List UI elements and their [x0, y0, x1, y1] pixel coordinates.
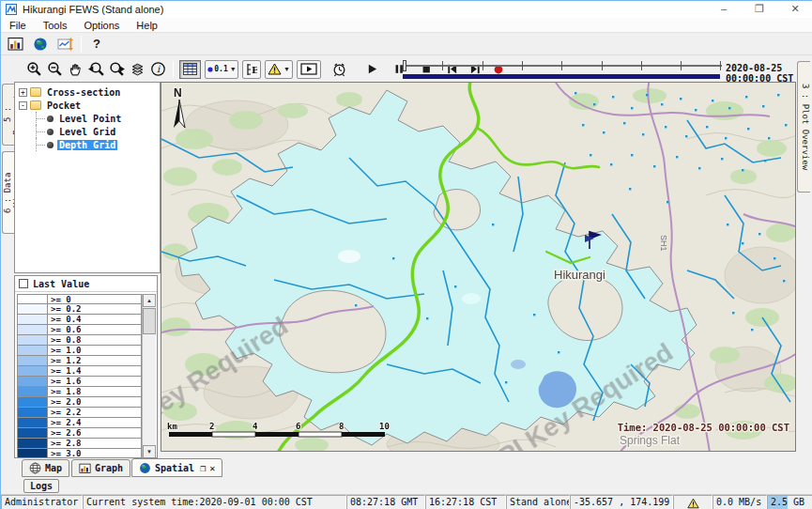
status-coordinates: -35.657 , 174.199 — [570, 495, 673, 509]
legend-scale-icon[interactable]: E — [242, 60, 261, 79]
tree-item-level-point[interactable]: Level Point — [15, 112, 160, 125]
legend-row: >= 3.0 — [17, 449, 142, 458]
threshold-value: 0.1 — [214, 65, 227, 73]
tree-item-label[interactable]: Level Point — [57, 114, 123, 124]
legend-threshold-label: >= 2.2 — [48, 408, 142, 418]
time-slider-tick — [602, 61, 603, 70]
layers-icon[interactable] — [128, 60, 146, 79]
maximize-button[interactable]: ❐ — [742, 1, 777, 18]
tree-item-depth-grid[interactable]: Depth Grid — [15, 138, 160, 151]
bottom-tab-bar: Map Graph Spatial ❒ ✕ — [1, 458, 812, 478]
close-button[interactable]: ✕ — [777, 1, 812, 18]
tab-maximize-icon[interactable]: ❒ — [200, 463, 206, 473]
menu-item-help[interactable]: Help — [128, 20, 166, 31]
zoom-next-icon[interactable] — [107, 60, 126, 79]
legend-row: >= 2.4 — [17, 418, 142, 428]
collapse-icon[interactable]: - — [19, 101, 27, 110]
map-canvas[interactable]: API Key Required API Key Required Hikura… — [161, 82, 796, 452]
status-warning-icon[interactable] — [673, 495, 712, 509]
tab-close-icon[interactable]: ✕ — [209, 463, 215, 473]
legend-threshold-label: >= 0.2 — [48, 304, 142, 315]
legend-row: >= 0.4 — [17, 315, 142, 325]
legend-threshold-label: >= 1.6 — [48, 377, 142, 387]
menu-item-options[interactable]: Options — [75, 20, 128, 31]
tree-item-label[interactable]: Depth Grid — [57, 140, 117, 150]
node-bullet-icon — [47, 142, 54, 148]
legend-threshold-label: >= 3.0 — [48, 449, 142, 458]
help-icon[interactable]: ? — [87, 35, 106, 54]
status-user: Administrator — [1, 495, 83, 509]
timeseries-icon[interactable] — [56, 35, 75, 54]
legend-threshold-label: >= 0.6 — [48, 325, 142, 335]
legend-threshold-label: >= 0 — [48, 294, 142, 304]
svg-text:8: 8 — [339, 422, 344, 431]
time-adjust-icon[interactable] — [329, 60, 348, 79]
time-slider-tick — [442, 61, 443, 70]
zoom-out-icon[interactable] — [45, 60, 64, 79]
time-slider-tick — [681, 61, 682, 70]
folder-icon — [30, 87, 41, 97]
last-value-label: Last Value — [33, 279, 89, 289]
tree-item-label[interactable]: Cross-section — [45, 87, 122, 98]
scrollbar-thumb[interactable] — [143, 308, 156, 334]
legend-row: >= 0 — [17, 294, 142, 304]
play-icon[interactable] — [362, 60, 381, 79]
legend-color-swatch — [17, 387, 48, 397]
scroll-down-icon[interactable]: ▼ — [143, 445, 156, 458]
node-bullet-icon — [47, 129, 54, 135]
svg-text:km: km — [167, 422, 177, 431]
tab-map[interactable]: Map — [22, 459, 69, 477]
tree-item-label[interactable]: Level Grid — [57, 127, 117, 137]
legend-threshold-label: >= 1.2 — [48, 356, 142, 366]
legend-row: >= 2.6 — [17, 428, 142, 439]
legend-color-swatch — [17, 428, 48, 439]
last-value-checkbox[interactable] — [19, 279, 28, 288]
movie-export-icon[interactable] — [297, 60, 321, 79]
warnings-dropdown[interactable]: ▼ — [265, 60, 293, 79]
tree-item-pocket[interactable]: -Pocket — [15, 99, 160, 112]
status-heap-usage[interactable]: 2.5 GB — [767, 495, 812, 509]
window-title: Hikurangi FEWS (Stand alone) — [23, 4, 163, 15]
map-toolbar: i 0.1 ▼ E ▼ 2020-08-25 — [1, 54, 812, 82]
grid-toggle-icon[interactable] — [179, 60, 201, 79]
pan-hand-icon[interactable] — [66, 60, 84, 79]
tab-plot-overview[interactable]: 3 : Plot Overview — [797, 61, 810, 193]
svg-text:4: 4 — [253, 422, 258, 431]
tree-item-label[interactable]: Pocket — [45, 100, 83, 111]
map-time-label: Time: 2020-08-25 00:00:00 CST — [618, 422, 789, 433]
database-icon[interactable] — [6, 35, 24, 54]
tab-data-viewer[interactable]: 6 : Data Viewer — [2, 151, 14, 234]
time-slider[interactable] — [403, 58, 722, 81]
expand-icon[interactable]: + — [19, 88, 27, 97]
menu-item-tools[interactable]: Tools — [35, 20, 76, 31]
layer-tree: +Cross-section-PocketLevel PointLevel Gr… — [14, 82, 161, 273]
legend-row: >= 1.0 — [17, 346, 142, 356]
menu-item-file[interactable]: File — [1, 20, 35, 31]
label-hikurangi: Hikurangi — [554, 268, 605, 282]
legend-color-swatch — [17, 346, 48, 356]
legend-panel: Last Value >= 0>= 0.2>= 0.4>= 0.6>= 0.8>… — [14, 275, 158, 458]
zoom-previous-icon[interactable] — [86, 60, 105, 79]
legend-color-swatch — [17, 449, 48, 458]
legend-row: >= 0.8 — [17, 335, 142, 346]
status-local-time: 16:27:18 CST — [425, 495, 506, 509]
legend-color-swatch — [17, 304, 48, 315]
scroll-up-icon[interactable]: ▲ — [143, 294, 156, 307]
threshold-dropdown[interactable]: 0.1 ▼ — [205, 60, 238, 79]
minimize-button[interactable]: – — [706, 1, 742, 18]
tab-graph[interactable]: Graph — [71, 459, 130, 477]
legend-scrollbar[interactable]: ▲ ▼ — [142, 294, 156, 458]
legend-row: >= 1.6 — [17, 377, 142, 387]
info-icon[interactable]: i — [148, 60, 167, 79]
legend-color-swatch — [17, 315, 48, 325]
status-gmt-time: 08:27:18 GMT — [346, 495, 425, 509]
tree-item-cross-section[interactable]: +Cross-section — [15, 85, 160, 99]
tree-item-level-grid[interactable]: Level Grid — [15, 125, 160, 138]
map-globe-icon[interactable] — [31, 35, 50, 54]
bar-chart-icon — [79, 463, 91, 474]
legend-color-swatch — [17, 439, 48, 449]
zoom-in-icon[interactable] — [24, 60, 43, 79]
logs-button[interactable]: Logs — [23, 479, 59, 493]
tab-spatial[interactable]: Spatial ❒ ✕ — [131, 458, 222, 477]
tab-forecast[interactable]: 5 : Forecast — [2, 84, 14, 146]
